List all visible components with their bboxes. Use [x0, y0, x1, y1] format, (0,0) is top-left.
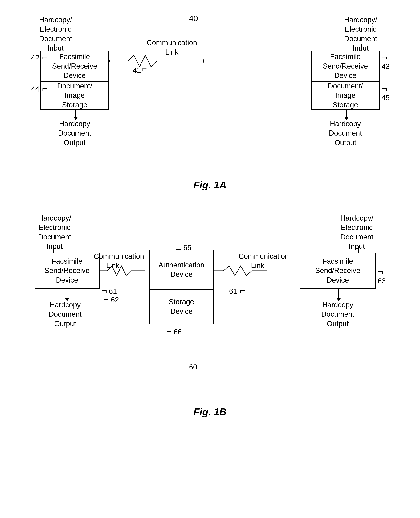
fig1a-label: Fig. 1A	[194, 179, 226, 191]
ref-44-label: 44 ⌐	[31, 83, 48, 94]
svg-marker-3	[109, 60, 110, 62]
left-storage-box: Document/ Image Storage	[40, 82, 109, 110]
ref-45-label: ⌐ 45	[382, 83, 391, 102]
right-output-arrow-1a	[345, 110, 348, 120]
svg-marker-2	[203, 60, 204, 62]
storage-device-box: Storage Device	[149, 290, 214, 324]
ref-43-label: ⌐ 43	[382, 52, 391, 71]
left-output-label-1b: Hardcopy Document Output	[44, 300, 86, 329]
left-fax-box: Facsimile Send/Receive Device	[40, 51, 109, 82]
right-output-label-1b: Hardcopy Document Output	[317, 300, 359, 329]
right-output-arrow-1b	[337, 289, 341, 301]
comm-link-zigzag-1a	[109, 52, 204, 71]
right-fax-box-1a: Facsimile Send/Receive Device	[311, 51, 380, 82]
right-output-label-1a: Hardcopy Document Output	[322, 119, 368, 147]
left-output-arrow	[74, 110, 78, 120]
left-comm-zigzag	[99, 265, 145, 288]
ref-61-right: 61 ⌐	[229, 285, 245, 296]
left-fax-box-1b: Facsimile Send/Receive Device	[35, 253, 99, 289]
left-output-arrow-1b	[65, 289, 69, 301]
ref-60: 60	[189, 362, 197, 371]
left-input-label-1b: Hardcopy/ Electronic Document Input	[35, 214, 75, 251]
right-fax-box-1b: Facsimile Send/Receive Device	[300, 253, 376, 289]
figure-1a-section: 40 Hardcopy/ Electronic Document Input F…	[15, 11, 405, 191]
figure-1b-section: Hardcopy/ Electronic Document Input Facs…	[15, 210, 405, 418]
ref-41: 41	[133, 66, 141, 75]
fig1b-diagram: Hardcopy/ Electronic Document Input Facs…	[29, 210, 391, 404]
main-container: 40 Hardcopy/ Electronic Document Input F…	[15, 11, 405, 418]
right-storage-box-1a: Document/ Image Storage	[311, 82, 380, 110]
ref-42-label: 42 ⌐	[31, 52, 48, 62]
ref-40: 40	[189, 13, 198, 24]
left-output-label: Hardcopy Document Output	[54, 119, 96, 147]
auth-device-box: Authentication Device	[149, 250, 214, 290]
fig1a-diagram: 40 Hardcopy/ Electronic Document Input F…	[29, 11, 391, 175]
ref-62-label: ⌐ 62	[103, 294, 119, 305]
ref-66-label: ⌐ 66	[166, 326, 182, 337]
ref-63-label: ⌐ 63	[378, 266, 391, 285]
fig1b-label: Fig. 1B	[194, 406, 226, 418]
right-input-label-1b: Hardcopy/ Electronic Document Input	[334, 214, 380, 251]
comm-link-right-label: Communication Link	[239, 252, 277, 270]
